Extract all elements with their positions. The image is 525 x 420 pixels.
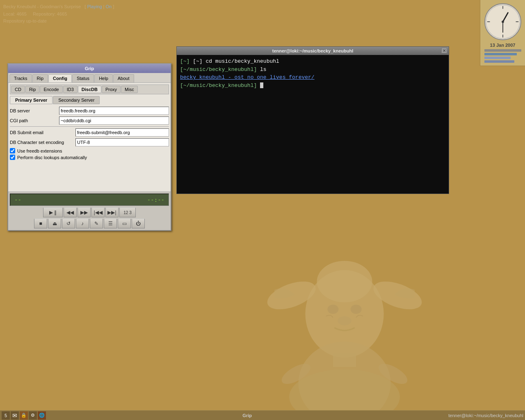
svg-rect-8	[333, 353, 356, 367]
taskbar-app-label: Grip	[242, 413, 252, 418]
grip-config-content: CD Rip Encode ID3 DiscDB Proxy Misc Prim…	[8, 83, 171, 192]
terminal-line-4: [~/music/becky_kneubuhl]	[180, 82, 445, 90]
subtab-misc[interactable]: Misc	[121, 86, 138, 93]
cgi-path-label: CGI path	[10, 118, 59, 123]
clock-date: 13 Jan 2007	[490, 43, 516, 48]
local-info: Local: 4665 Repository: 4665	[3, 11, 114, 18]
taskbar-terminal-label: tenner@loki:~/music/becky_kneubuhl	[448, 413, 523, 418]
config-spacer	[10, 161, 169, 190]
on-status[interactable]: On	[106, 4, 112, 9]
terminal-line-2: [~/music/becky_kneubuhl] ls	[180, 66, 445, 74]
checkbox-freedb-label: Use freedb extensions	[17, 148, 62, 153]
play-pause-button[interactable]: ▶ ‖	[43, 208, 63, 217]
sub-tabs-row: CD Rip Encode ID3 DiscDB Proxy Misc	[10, 84, 169, 94]
clock-face	[484, 3, 521, 40]
loop-button[interactable]: ↺	[62, 219, 75, 228]
svg-point-6	[338, 316, 352, 326]
cgi-path-row: CGI path	[10, 116, 169, 125]
player-display: -- --:--	[10, 194, 169, 206]
eject-button[interactable]: ⏏	[48, 219, 61, 228]
server-tab-secondary[interactable]: Secondary Server	[53, 96, 100, 104]
subtab-id3[interactable]: ID3	[63, 86, 78, 93]
time-display: --:--	[147, 196, 164, 203]
checkbox-disc[interactable]	[10, 155, 15, 160]
db-email-label: DB Submit email	[10, 130, 75, 135]
terminal-line-1: [~] [~] cd music/becky_kneubuhl	[180, 57, 445, 66]
window-title-bar: Becky Kneubuhl - Goodman's Surprise [ Pl…	[3, 3, 114, 11]
form-divider-1	[10, 126, 169, 127]
grip-player: -- --:-- ▶ ‖ ◀◀ ▶▶ |◀◀ ▶▶| 12 3 ■ ⏏ ↺ ♪ …	[8, 192, 171, 230]
clock-bars	[484, 49, 521, 64]
terminal-line-3: becky_kneubuhl - ost_no_one_lives_foreve…	[180, 73, 445, 82]
tab-help[interactable]: Help	[94, 74, 113, 82]
tab-status[interactable]: Status	[72, 74, 94, 82]
db-charset-row: DB Character set encoding	[10, 138, 169, 146]
db-server-input[interactable]	[59, 107, 169, 115]
svg-point-5	[351, 305, 362, 314]
player-controls-row-1: ▶ ‖ ◀◀ ▶▶ |◀◀ ▶▶| 12 3	[10, 208, 169, 217]
checkbox-disc-label: Perform disc lookups automatically	[17, 155, 87, 160]
svg-point-3	[317, 261, 372, 302]
db-server-row: DB server	[10, 107, 169, 115]
db-charset-label: DB Character set encoding	[10, 140, 75, 145]
db-charset-input[interactable]	[75, 138, 169, 146]
counter-display: 12 3	[119, 208, 136, 217]
tab-config[interactable]: Config	[48, 74, 72, 82]
db-email-row: DB Submit email	[10, 128, 169, 137]
svg-point-19	[502, 21, 504, 23]
terminal-titlebar: tenner@loki:~/music/becky_kneubuhl ✕	[177, 47, 449, 55]
clock-widget: 13 Jan 2007	[480, 0, 525, 66]
volume-button[interactable]: ♪	[76, 219, 89, 228]
taskbar-left: 5 ✉ 🔒 ⚙ 🌐	[2, 411, 46, 420]
subtab-cd[interactable]: CD	[11, 86, 25, 93]
checkbox-freedb[interactable]	[10, 148, 15, 153]
terminal-body[interactable]: [~] [~] cd music/becky_kneubuhl [~/music…	[177, 55, 449, 194]
tab-about[interactable]: About	[113, 74, 134, 82]
grip-titlebar: Grip	[8, 64, 171, 73]
server-tab-primary[interactable]: Primary Server	[10, 96, 52, 104]
stop-button[interactable]: ■	[34, 219, 47, 228]
track-display: --	[14, 196, 21, 203]
edit-button[interactable]: ✎	[90, 219, 103, 228]
db-email-input[interactable]	[75, 128, 169, 137]
yoda-silhouette	[242, 235, 447, 420]
db-server-label: DB server	[10, 108, 59, 113]
view-button[interactable]: ▭	[118, 219, 131, 228]
subtab-proxy[interactable]: Proxy	[102, 86, 121, 93]
cgi-path-input[interactable]	[59, 116, 169, 125]
taskbar: 5 ✉ 🔒 ⚙ 🌐 Grip tenner@loki:~/music/becky…	[0, 410, 525, 420]
subtab-encode[interactable]: Encode	[40, 86, 62, 93]
taskbar-icon-2[interactable]: 🔒	[20, 411, 28, 420]
program-button[interactable]: ☰	[104, 219, 117, 228]
grip-nav: Tracks Rip Config Status Help About	[8, 73, 171, 83]
terminal-window: tenner@loki:~/music/becky_kneubuhl ✕ [~]…	[176, 46, 449, 194]
grip-title: Grip	[85, 66, 94, 71]
taskbar-desktop-num[interactable]: 5	[2, 411, 10, 420]
album-title: Becky Kneubuhl - Goodman's Surprise	[3, 4, 81, 9]
subtab-discdb[interactable]: DiscDB	[78, 86, 101, 93]
grip-window: Grip Tracks Rip Config Status Help About…	[7, 63, 171, 231]
tab-rip[interactable]: Rip	[32, 74, 48, 82]
terminal-title: tenner@loki:~/music/becky_kneubuhl	[272, 48, 353, 53]
power-button[interactable]: ⏻	[132, 219, 145, 228]
repo-status: Repository up-to-date	[3, 18, 114, 25]
terminal-close-button[interactable]: ✕	[441, 48, 447, 53]
prev-track-button[interactable]: ◀◀	[64, 208, 77, 217]
server-tabs-row: Primary Server Secondary Server	[10, 96, 169, 104]
next-track-button[interactable]: ▶▶	[78, 208, 91, 217]
next-button[interactable]: ▶▶|	[105, 208, 119, 217]
info-bar: Becky Kneubuhl - Goodman's Surprise [ Pl…	[3, 3, 114, 25]
prev-button[interactable]: |◀◀	[91, 208, 105, 217]
taskbar-icon-3[interactable]: ⚙	[29, 411, 37, 420]
taskbar-icon-4[interactable]: 🌐	[38, 411, 46, 420]
subtab-rip[interactable]: Rip	[25, 86, 40, 93]
svg-point-4	[327, 305, 338, 314]
checkbox-freedb-row: Use freedb extensions	[10, 148, 169, 153]
player-controls-row-2: ■ ⏏ ↺ ♪ ✎ ☰ ▭ ⏻	[10, 219, 169, 228]
checkbox-disc-row: Perform disc lookups automatically	[10, 155, 169, 160]
taskbar-icon-1[interactable]: ✉	[11, 411, 19, 420]
playing-status[interactable]: Playing	[87, 4, 102, 9]
tab-tracks[interactable]: Tracks	[9, 74, 32, 82]
